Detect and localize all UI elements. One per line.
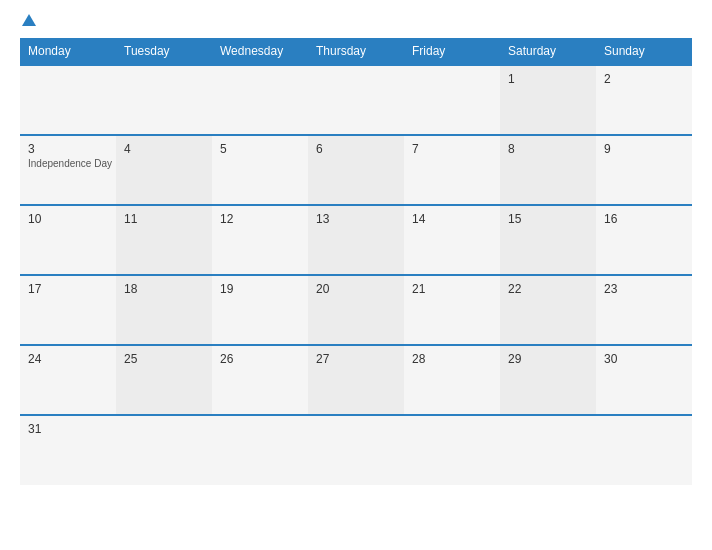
calendar-cell xyxy=(308,65,404,135)
day-number: 30 xyxy=(604,352,688,366)
calendar-cell xyxy=(404,65,500,135)
weekday-header-row: MondayTuesdayWednesdayThursdayFridaySatu… xyxy=(20,38,692,65)
calendar-cell: 6 xyxy=(308,135,404,205)
calendar-thead: MondayTuesdayWednesdayThursdayFridaySatu… xyxy=(20,38,692,65)
calendar-cell: 21 xyxy=(404,275,500,345)
day-number: 7 xyxy=(412,142,496,156)
calendar-cell: 13 xyxy=(308,205,404,275)
calendar-cell: 26 xyxy=(212,345,308,415)
calendar-cell: 18 xyxy=(116,275,212,345)
day-number: 4 xyxy=(124,142,208,156)
calendar-cell: 19 xyxy=(212,275,308,345)
calendar-cell: 4 xyxy=(116,135,212,205)
logo-triangle-icon xyxy=(22,14,36,26)
calendar-cell xyxy=(596,415,692,485)
weekday-header-saturday: Saturday xyxy=(500,38,596,65)
day-number: 19 xyxy=(220,282,304,296)
calendar-week-row: 24252627282930 xyxy=(20,345,692,415)
weekday-header-monday: Monday xyxy=(20,38,116,65)
day-number: 20 xyxy=(316,282,400,296)
calendar-cell: 5 xyxy=(212,135,308,205)
day-number: 24 xyxy=(28,352,112,366)
calendar-cell: 1 xyxy=(500,65,596,135)
calendar-cell: 23 xyxy=(596,275,692,345)
day-number: 27 xyxy=(316,352,400,366)
calendar-cell: 31 xyxy=(20,415,116,485)
day-number: 21 xyxy=(412,282,496,296)
calendar-body: 123Independence Day456789101112131415161… xyxy=(20,65,692,485)
calendar-week-row: 3Independence Day456789 xyxy=(20,135,692,205)
day-number: 26 xyxy=(220,352,304,366)
calendar-cell xyxy=(212,65,308,135)
weekday-header-tuesday: Tuesday xyxy=(116,38,212,65)
day-number: 11 xyxy=(124,212,208,226)
calendar: MondayTuesdayWednesdayThursdayFridaySatu… xyxy=(0,0,712,550)
day-number: 25 xyxy=(124,352,208,366)
calendar-cell: 15 xyxy=(500,205,596,275)
calendar-week-row: 31 xyxy=(20,415,692,485)
holiday-label: Independence Day xyxy=(28,158,112,169)
logo-area xyxy=(20,16,36,28)
calendar-cell: 10 xyxy=(20,205,116,275)
weekday-header-wednesday: Wednesday xyxy=(212,38,308,65)
calendar-cell xyxy=(212,415,308,485)
calendar-header xyxy=(20,16,692,28)
calendar-cell: 20 xyxy=(308,275,404,345)
day-number: 15 xyxy=(508,212,592,226)
calendar-cell: 17 xyxy=(20,275,116,345)
calendar-cell: 22 xyxy=(500,275,596,345)
day-number: 10 xyxy=(28,212,112,226)
calendar-cell: 24 xyxy=(20,345,116,415)
calendar-cell: 11 xyxy=(116,205,212,275)
calendar-cell: 16 xyxy=(596,205,692,275)
day-number: 31 xyxy=(28,422,112,436)
day-number: 6 xyxy=(316,142,400,156)
calendar-cell: 3Independence Day xyxy=(20,135,116,205)
calendar-cell: 30 xyxy=(596,345,692,415)
calendar-week-row: 12 xyxy=(20,65,692,135)
calendar-week-row: 17181920212223 xyxy=(20,275,692,345)
weekday-header-sunday: Sunday xyxy=(596,38,692,65)
weekday-header-friday: Friday xyxy=(404,38,500,65)
calendar-cell: 28 xyxy=(404,345,500,415)
day-number: 18 xyxy=(124,282,208,296)
calendar-cell: 9 xyxy=(596,135,692,205)
day-number: 14 xyxy=(412,212,496,226)
day-number: 8 xyxy=(508,142,592,156)
day-number: 23 xyxy=(604,282,688,296)
day-number: 9 xyxy=(604,142,688,156)
day-number: 12 xyxy=(220,212,304,226)
day-number: 1 xyxy=(508,72,592,86)
day-number: 28 xyxy=(412,352,496,366)
calendar-cell xyxy=(308,415,404,485)
day-number: 29 xyxy=(508,352,592,366)
calendar-cell xyxy=(500,415,596,485)
calendar-cell: 12 xyxy=(212,205,308,275)
calendar-week-row: 10111213141516 xyxy=(20,205,692,275)
calendar-cell: 25 xyxy=(116,345,212,415)
calendar-cell xyxy=(116,65,212,135)
calendar-cell xyxy=(116,415,212,485)
calendar-cell: 29 xyxy=(500,345,596,415)
calendar-cell: 8 xyxy=(500,135,596,205)
calendar-cell: 14 xyxy=(404,205,500,275)
day-number: 3 xyxy=(28,142,112,156)
weekday-header-thursday: Thursday xyxy=(308,38,404,65)
day-number: 16 xyxy=(604,212,688,226)
day-number: 17 xyxy=(28,282,112,296)
calendar-cell: 7 xyxy=(404,135,500,205)
day-number: 2 xyxy=(604,72,688,86)
calendar-cell: 27 xyxy=(308,345,404,415)
day-number: 13 xyxy=(316,212,400,226)
day-number: 5 xyxy=(220,142,304,156)
calendar-cell: 2 xyxy=(596,65,692,135)
calendar-table: MondayTuesdayWednesdayThursdayFridaySatu… xyxy=(20,38,692,485)
calendar-cell xyxy=(20,65,116,135)
calendar-cell xyxy=(404,415,500,485)
day-number: 22 xyxy=(508,282,592,296)
